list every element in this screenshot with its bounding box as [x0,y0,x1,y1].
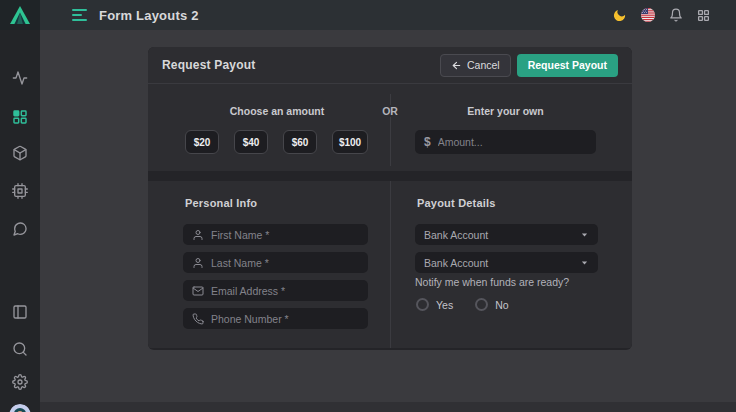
last-name-field [183,252,368,273]
amount-option-button[interactable]: $60 [283,130,317,154]
notify-label: Notify me when funds are ready? [415,276,569,288]
first-name-field [183,224,368,245]
payout-details-heading: Payout Details [417,197,496,209]
user-icon [192,229,204,241]
footer-band [40,402,736,412]
amount-panel: Request Payout Cancel Request Payout [148,47,632,171]
dollar-icon: $ [424,135,431,149]
cancel-label: Cancel [467,59,500,71]
select-value: Bank Account [424,257,488,269]
radio-yes[interactable]: Yes [416,298,453,311]
bell-icon[interactable] [669,8,683,22]
request-payout-button[interactable]: Request Payout [517,54,618,77]
app-logo[interactable] [0,0,40,30]
bank-account-select-1[interactable]: Bank Account [415,224,598,245]
details-panel: Personal Info [148,181,632,348]
cpu-icon[interactable] [12,183,28,199]
personal-info-heading: Personal Info [185,197,257,209]
email-field [183,280,368,301]
gear-icon[interactable] [12,374,28,390]
phone-icon [192,313,204,325]
activity-icon[interactable] [12,70,28,86]
amount-option-button[interactable]: $20 [185,130,219,154]
topbar-actions [612,8,736,23]
choose-amount-label: Choose an amount [185,105,369,117]
page-title: Form Layouts 2 [99,8,199,23]
cancel-button[interactable]: Cancel [440,54,511,77]
apps-grid-icon[interactable] [697,9,710,22]
radio-circle[interactable] [416,298,429,311]
user-icon [192,257,204,269]
bank-account-select-2[interactable]: Bank Account [415,252,598,273]
amount-input[interactable] [438,136,587,148]
or-label: OR [376,105,404,117]
card-title: Request Payout [162,58,256,72]
phone-input[interactable] [211,313,359,325]
request-payout-card: Request Payout Cancel Request Payout [148,47,632,350]
radio-no-label: No [495,299,508,311]
triangle-logo-icon [10,6,30,24]
select-value: Bank Account [424,229,488,241]
notify-radio-group: Yes No [416,298,509,311]
radio-yes-label: Yes [436,299,453,311]
radio-circle[interactable] [475,298,488,311]
radio-no[interactable]: No [475,298,508,311]
amount-option-button[interactable]: $40 [234,130,268,154]
email-input[interactable] [211,285,359,297]
phone-field [183,308,368,329]
menu-toggle-icon[interactable] [72,9,88,21]
moon-icon[interactable] [612,8,627,23]
sidebar [0,30,40,412]
amount-row: Choose an amount $20 $40 $60 $100 OR Ent… [148,84,632,171]
us-flag-icon[interactable] [641,8,655,22]
user-avatar[interactable] [9,404,31,412]
vertical-divider [390,181,391,348]
enter-your-own-label: Enter your own [415,105,596,117]
last-name-input[interactable] [211,257,359,269]
search-icon[interactable] [12,341,28,357]
top-bar: Form Layouts 2 [0,0,736,30]
app-root: Form Layouts 2 [0,0,736,412]
box-icon[interactable] [12,145,28,161]
mail-icon [192,285,204,297]
header-buttons: Cancel Request Payout [440,54,618,77]
amount-option-button[interactable]: $100 [332,130,368,154]
custom-amount-field: $ [415,130,596,154]
chevron-down-icon [580,258,589,267]
card-header: Request Payout Cancel Request Payout [148,47,632,84]
amount-options: $20 $40 $60 $100 [185,130,368,154]
chat-icon[interactable] [12,221,28,237]
first-name-input[interactable] [211,229,359,241]
main-content: Request Payout Cancel Request Payout [40,30,736,412]
grid-icon[interactable] [12,109,28,125]
arrow-left-icon [451,60,462,71]
chevron-down-icon [580,230,589,239]
layout-icon[interactable] [12,304,28,320]
